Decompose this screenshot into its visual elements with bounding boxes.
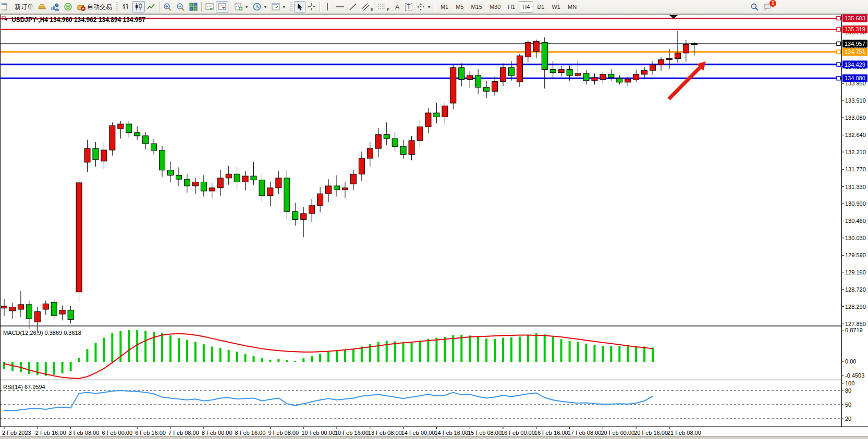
macd-histogram-bar	[186, 340, 188, 362]
bull-candle	[492, 81, 498, 91]
bear-candle	[201, 182, 206, 191]
main-toolbar: 新订单 自动交易	[0, 0, 868, 14]
templates-button[interactable]: ▼	[270, 1, 288, 12]
bull-candle	[317, 194, 323, 206]
zoom-in-button[interactable]	[161, 1, 174, 12]
notifications-button[interactable]: 1	[761, 1, 774, 12]
gold-ingot-button[interactable]	[35, 1, 48, 12]
line-end-marker[interactable]	[837, 50, 840, 54]
bear-candle	[93, 148, 99, 159]
macd-histogram-bar	[87, 349, 89, 362]
chart-title: USDJPY-,H4 134.960 134.962 134.894 134.9…	[11, 16, 145, 23]
bull-candle	[43, 304, 48, 309]
new-order-button[interactable]: 新订单	[13, 1, 35, 12]
timeframe-MN[interactable]: MN	[564, 1, 580, 12]
horizontal-line-tool-button[interactable]	[333, 1, 347, 12]
macd-histogram-bar	[327, 352, 329, 362]
macd-histogram-bar	[577, 342, 579, 362]
chart-window-icon-button[interactable]	[1, 1, 13, 12]
trendline-tool-button[interactable]	[347, 1, 359, 12]
bull-candle	[109, 126, 115, 150]
new-order-label: 新订单	[15, 3, 33, 11]
bull-candle	[101, 150, 107, 161]
line-end-marker[interactable]	[837, 16, 840, 20]
macd-histogram-bar	[427, 339, 429, 362]
bull-candle	[442, 106, 448, 117]
dropdown-caret-icon: ▼	[244, 5, 249, 9]
bar-chart-mode-button[interactable]	[120, 1, 132, 12]
macd-histogram-bar	[535, 333, 537, 362]
candlestick-mode-button[interactable]	[132, 1, 145, 12]
timeframe-M5[interactable]: M5	[452, 1, 467, 12]
macd-histogram-bar	[411, 342, 413, 362]
bear-candle	[475, 76, 481, 87]
bear-candle	[151, 144, 157, 150]
bull-candle	[409, 141, 414, 155]
window-bottom-edge	[0, 436, 868, 439]
market-depth-button[interactable]	[48, 1, 62, 12]
rsi-scale-label: 20	[845, 416, 851, 422]
timeframe-M15[interactable]: M15	[467, 1, 485, 12]
vertical-line-tool-button[interactable]	[322, 1, 333, 12]
auto-scroll-icon	[205, 3, 214, 11]
toolbar-right-group: 1	[748, 1, 774, 12]
chart-shift-icon	[218, 3, 226, 11]
periods-button[interactable]: ▼	[251, 1, 270, 12]
dropdown-caret-icon: ▼	[282, 5, 286, 9]
bull-candle	[625, 79, 631, 82]
line-end-marker[interactable]	[837, 62, 840, 66]
auto-trading-button[interactable]: 自动交易	[75, 1, 114, 12]
crosshair-tool-button[interactable]	[305, 1, 318, 12]
signals-button[interactable]	[62, 1, 75, 12]
arrows-tool-button[interactable]: ▼	[414, 1, 433, 12]
bear-candle	[143, 136, 149, 144]
macd-histogram-bar	[94, 343, 96, 362]
text-label-tool-button[interactable]: T	[403, 1, 414, 12]
auto-scroll-button[interactable]	[203, 1, 216, 12]
toolbar-separator	[320, 2, 320, 12]
notification-badge: 1	[769, 0, 777, 7]
time-label: 14 Feb 16:00	[434, 430, 468, 436]
line-end-marker[interactable]	[837, 42, 840, 45]
timeframe-W1[interactable]: W1	[548, 1, 564, 12]
macd-scale-label: -0.4503	[845, 372, 864, 379]
bear-candle	[691, 44, 697, 45]
chart-shift-button[interactable]	[216, 1, 228, 12]
price-tick-label: 133.510	[845, 97, 866, 104]
search-button[interactable]	[748, 1, 761, 12]
time-label: 20 Feb 16:00	[634, 430, 668, 436]
bear-candle	[160, 150, 165, 170]
text-tool-button[interactable]: A	[392, 1, 403, 12]
chart-canvas[interactable]: 135.250134.820134.380133.950133.510133.0…	[0, 0, 868, 439]
toolbar-grip[interactable]	[290, 2, 292, 11]
chart-window-icon	[1, 3, 7, 11]
macd-histogram-bar	[569, 341, 571, 362]
rsi-scale-label: 50	[845, 402, 851, 408]
timeframe-M1[interactable]: M1	[437, 1, 452, 12]
time-label: 16 Feb 16:00	[534, 430, 568, 436]
timeframe-H1[interactable]: H1	[504, 1, 519, 12]
line-chart-mode-button[interactable]	[145, 1, 157, 12]
timeframe-D1[interactable]: D1	[533, 1, 548, 12]
cursor-tool-button[interactable]	[294, 1, 305, 12]
line-end-marker[interactable]	[837, 28, 840, 31]
macd-histogram-bar	[469, 335, 471, 362]
price-tick-label: 130.030	[845, 235, 866, 241]
macd-histogram-bar	[70, 362, 72, 371]
macd-histogram-bar	[161, 333, 163, 362]
toolbar-grip[interactable]	[116, 2, 118, 11]
macd-histogram-bar	[36, 362, 39, 375]
macd-histogram-bar	[643, 346, 645, 362]
indicators-button[interactable]: ▼	[232, 1, 251, 12]
fibonacci-tool-button[interactable]: F	[375, 1, 392, 12]
line-end-marker[interactable]	[837, 77, 840, 80]
arrows-tool-icon	[417, 3, 425, 11]
bear-candle	[459, 68, 464, 80]
bull-candle	[326, 186, 332, 194]
zoom-out-button[interactable]	[174, 1, 187, 12]
bull-candle	[84, 148, 90, 162]
channel-tool-button[interactable]: E	[359, 1, 375, 12]
timeframe-M30[interactable]: M30	[486, 1, 504, 12]
tile-windows-button[interactable]	[187, 1, 200, 12]
timeframe-H4[interactable]: H4	[519, 1, 533, 12]
